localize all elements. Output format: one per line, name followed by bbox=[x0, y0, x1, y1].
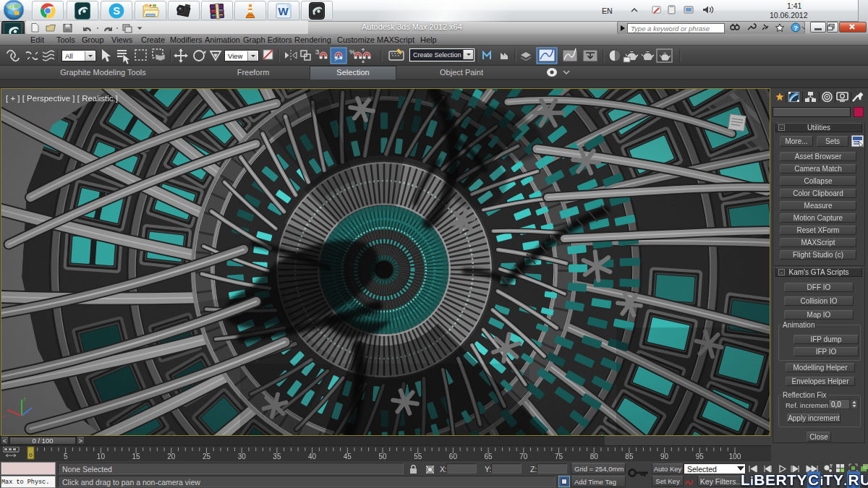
svg-text:z: z bbox=[23, 395, 26, 402]
svg-text:?: ? bbox=[793, 25, 798, 32]
svg-text:15: 15 bbox=[132, 453, 141, 461]
svg-text:95: 95 bbox=[696, 453, 705, 461]
svg-text:[ + ] [ Perspective ] [ Realis: [ + ] [ Perspective ] [ Realistic ] bbox=[6, 94, 118, 103]
svg-text:85: 85 bbox=[625, 453, 634, 461]
svg-text:S: S bbox=[113, 5, 120, 17]
svg-text:3: 3 bbox=[315, 48, 319, 56]
svg-text:100: 100 bbox=[729, 453, 741, 461]
svg-text:30: 30 bbox=[238, 453, 247, 461]
svg-text:65: 65 bbox=[485, 453, 493, 461]
svg-text:75: 75 bbox=[555, 453, 563, 461]
svg-text:90: 90 bbox=[660, 453, 669, 461]
svg-text:5: 5 bbox=[64, 453, 68, 461]
svg-text:%: % bbox=[349, 48, 355, 56]
svg-text:60: 60 bbox=[449, 453, 458, 461]
svg-text:50: 50 bbox=[378, 453, 387, 461]
svg-text:W: W bbox=[278, 5, 289, 17]
svg-text:45: 45 bbox=[344, 453, 352, 461]
svg-text:80: 80 bbox=[590, 453, 599, 461]
svg-text:40: 40 bbox=[308, 453, 317, 461]
svg-text:25: 25 bbox=[203, 453, 211, 461]
svg-text:20: 20 bbox=[167, 453, 176, 461]
svg-text:55: 55 bbox=[414, 453, 422, 461]
svg-text:x: x bbox=[4, 413, 7, 419]
svg-text:70: 70 bbox=[519, 453, 528, 461]
svg-text:10: 10 bbox=[97, 453, 106, 461]
svg-text:0: 0 bbox=[29, 452, 33, 458]
svg-text:35: 35 bbox=[273, 453, 281, 461]
